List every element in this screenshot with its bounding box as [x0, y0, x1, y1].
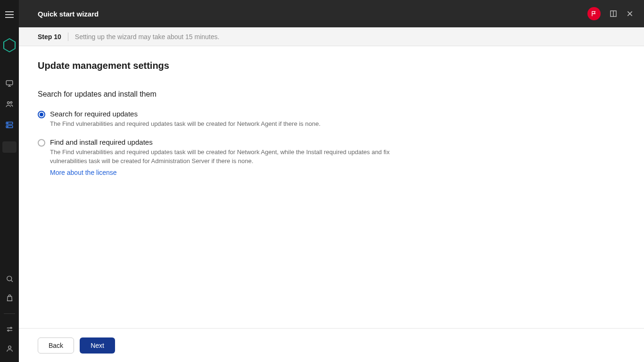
radio-search-required[interactable]: [38, 111, 45, 118]
option-description: The Find vulnerabilities and required up…: [50, 120, 321, 129]
svg-rect-1: [6, 81, 13, 85]
next-button[interactable]: Next: [80, 337, 115, 354]
option-description: The Find vulnerabilities and required up…: [50, 148, 396, 166]
svg-marker-0: [4, 39, 15, 52]
option-title: Find and install required updates: [50, 138, 396, 146]
user-icon[interactable]: [6, 345, 14, 353]
server-icon[interactable]: [5, 121, 14, 129]
sidebar-divider: [4, 313, 15, 314]
sidebar-bottom: [4, 275, 15, 353]
step-separator: [68, 33, 68, 41]
monitor-icon[interactable]: [5, 79, 14, 88]
sidebar: [0, 0, 19, 362]
search-icon[interactable]: [6, 275, 14, 283]
page-subheading: Search for updates and install them: [38, 90, 625, 99]
back-button[interactable]: Back: [38, 337, 74, 354]
svg-point-11: [8, 346, 11, 349]
svg-point-8: [7, 276, 11, 281]
wizard-title: Quick start wizard: [38, 10, 99, 18]
option-search-required: Search for required updates The Find vul…: [38, 110, 396, 129]
wizard-footer: Back Next: [19, 328, 644, 362]
svg-point-3: [10, 101, 12, 103]
svg-point-2: [8, 102, 10, 104]
svg-point-9: [10, 327, 11, 329]
svg-point-7: [8, 126, 8, 127]
users-icon[interactable]: [5, 100, 14, 108]
option-find-install: Find and install required updates The Fi…: [38, 138, 396, 177]
svg-point-10: [8, 330, 9, 331]
wizard-header: Quick start wizard: [19, 0, 644, 27]
sliders-icon[interactable]: [6, 325, 14, 333]
placeholder-icon[interactable]: [2, 141, 17, 153]
page-heading: Update management settings: [38, 60, 625, 71]
bag-icon[interactable]: [6, 294, 14, 302]
close-icon[interactable]: [626, 10, 634, 17]
wizard-panel: Quick start wizard Step 10 Setting up th…: [19, 0, 644, 362]
step-hint: Setting up the wizard may take about 15 …: [75, 33, 220, 41]
wizard-body: Update management settings Search for up…: [19, 46, 644, 328]
license-link[interactable]: More about the license: [50, 169, 117, 176]
radio-find-install[interactable]: [38, 139, 45, 147]
menu-toggle-icon[interactable]: [5, 11, 14, 18]
option-title: Search for required updates: [50, 110, 321, 118]
sidebar-nav: [2, 79, 17, 153]
header-actions: [587, 7, 634, 20]
step-bar: Step 10 Setting up the wizard may take a…: [19, 27, 644, 46]
bookmark-icon[interactable]: [609, 9, 618, 18]
brand-logo: [2, 38, 17, 53]
feedback-flag-button[interactable]: [587, 7, 601, 20]
svg-point-6: [8, 123, 8, 124]
step-label: Step 10: [38, 33, 61, 41]
